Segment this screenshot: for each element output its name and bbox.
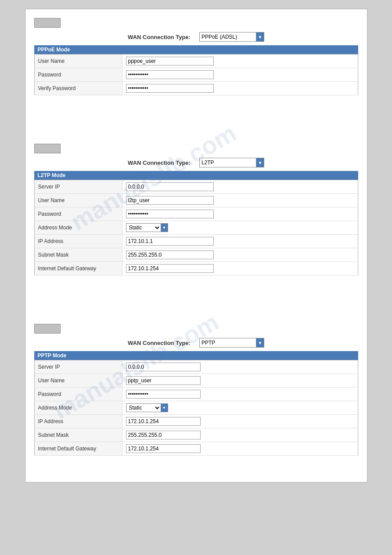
pptp-serverip-label: Server IP [34,360,122,374]
l2tp-username-input[interactable] [126,196,214,205]
l2tp-addressmode-wrap: Static Dynamic ▼ [126,223,354,232]
pppoe-section: WAN Connection Type: PPPoE (ADSL) ▼ PPPo… [34,18,358,95]
pppoe-form-table: User Name Password Verify Password [34,54,358,95]
pptp-subnetmask-input[interactable] [126,431,201,439]
l2tp-password-input[interactable] [126,210,214,218]
table-row: Subnet Mask [34,428,358,442]
pptp-ipaddress-input[interactable] [126,417,201,426]
table-row: Internet Default Gateway [34,442,358,456]
l2tp-serverip-input[interactable] [126,182,214,191]
pptp-username-label: User Name [34,374,122,388]
table-row: Password [34,388,358,401]
pptp-subnetmask-label: Subnet Mask [34,428,122,442]
l2tp-wan-label: WAN Connection Type: [128,160,191,166]
pppoe-password-input[interactable] [126,70,214,79]
pptp-password-label: Password [34,388,122,401]
l2tp-ipaddress-label: IP Address [34,235,122,248]
table-row: IP Address [34,235,358,248]
l2tp-mode-header: L2TP Mode [34,171,358,180]
l2tp-wan-type-select[interactable]: L2TP [199,158,256,167]
l2tp-gateway-label: Internet Default Gateway [34,262,122,276]
pppoe-wan-label: WAN Connection Type: [128,34,191,40]
l2tp-section: WAN Connection Type: L2TP ▼ L2TP Mode Se… [34,144,358,276]
table-row: Password [34,68,358,82]
pptp-section: WAN Connection Type: PPTP ▼ PPTP Mode Se… [34,324,358,456]
pptp-addressmode-select[interactable]: Static Dynamic [126,403,161,412]
table-row: Address Mode Static Dynamic ▼ [34,221,358,235]
l2tp-username-label: User Name [34,194,122,207]
spacer2 [34,289,358,324]
pppoe-verify-password-input[interactable] [126,84,214,93]
l2tp-select-arrow[interactable]: ▼ [256,158,264,167]
l2tp-serverip-label: Server IP [34,180,122,194]
pppoe-password-label: Password [34,68,122,82]
pppoe-wan-type-select[interactable]: PPPoE (ADSL) [199,32,256,42]
table-row: User Name [34,54,358,68]
table-row: Address Mode Static Dynamic ▼ [34,401,358,415]
l2tp-button[interactable] [34,144,61,153]
pptp-wan-label: WAN Connection Type: [128,340,191,346]
l2tp-subnetmask-label: Subnet Mask [34,248,122,262]
pppoe-mode-header: PPPoE Mode [34,45,358,54]
table-row: Server IP [34,360,358,374]
l2tp-ipaddress-input[interactable] [126,237,214,246]
pptp-select-arrow[interactable]: ▼ [256,338,264,348]
l2tp-password-label: Password [34,207,122,221]
pptp-button[interactable] [34,324,61,334]
pppoe-wan-select-wrap: PPPoE (ADSL) ▼ [199,32,264,42]
pptp-wan-select-wrap: PPTP ▼ [199,338,264,348]
pppoe-username-label: User Name [34,54,122,68]
pptp-gateway-label: Internet Default Gateway [34,442,122,456]
table-row: User Name [34,374,358,388]
table-row: Subnet Mask [34,248,358,262]
l2tp-gateway-input[interactable] [126,264,214,273]
pptp-ipaddress-label: IP Address [34,415,122,428]
pptp-gateway-input[interactable] [126,444,201,453]
pptp-addressmode-label: Address Mode [34,401,122,415]
spacer1 [34,109,358,144]
pppoe-select-arrow[interactable]: ▼ [256,32,264,42]
table-row: Internet Default Gateway [34,262,358,276]
l2tp-addressmode-label: Address Mode [34,221,122,235]
table-row: Server IP [34,180,358,194]
pppoe-verify-password-label: Verify Password [34,82,122,95]
pptp-serverip-input[interactable] [126,363,201,371]
pppoe-username-input[interactable] [126,57,214,65]
l2tp-form-table: Server IP User Name Password Address Mod… [34,180,358,276]
table-row: User Name [34,194,358,207]
pptp-mode-header: PPTP Mode [34,351,358,360]
l2tp-addressmode-arrow[interactable]: ▼ [161,223,168,232]
l2tp-addressmode-select[interactable]: Static Dynamic [126,223,161,232]
table-row: IP Address [34,415,358,428]
pptp-wan-type-select[interactable]: PPTP [199,338,256,348]
l2tp-subnetmask-input[interactable] [126,250,214,259]
pptp-username-input[interactable] [126,376,201,385]
pppoe-button[interactable] [34,18,61,28]
table-row: Password [34,207,358,221]
pptp-addressmode-arrow[interactable]: ▼ [161,403,168,412]
pptp-addressmode-wrap: Static Dynamic ▼ [126,403,354,412]
l2tp-wan-select-wrap: L2TP ▼ [199,158,264,167]
pptp-form-table: Server IP User Name Password Address Mod… [34,360,358,456]
main-container: manualslib.com manualslib.com WAN Connec… [25,9,367,482]
table-row: Verify Password [34,82,358,95]
pptp-password-input[interactable] [126,390,201,399]
